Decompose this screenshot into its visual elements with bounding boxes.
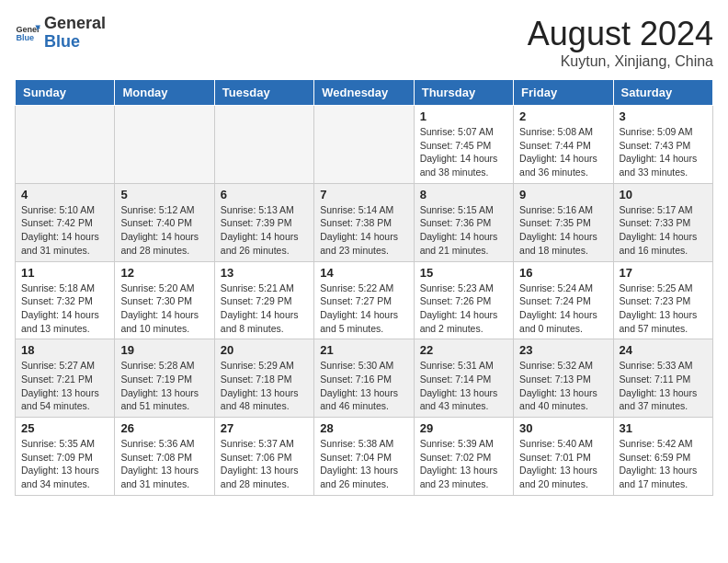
- day-number: 14: [320, 266, 407, 280]
- weekday-header-wednesday: Wednesday: [314, 80, 414, 106]
- logo: General Blue General Blue: [15, 15, 106, 52]
- weekday-header-thursday: Thursday: [414, 80, 513, 106]
- calendar-week-5: 25Sunrise: 5:35 AM Sunset: 7:09 PM Dayli…: [16, 418, 713, 496]
- calendar-day: 25Sunrise: 5:35 AM Sunset: 7:09 PM Dayli…: [16, 418, 115, 496]
- day-number: 22: [420, 343, 507, 357]
- day-number: 28: [320, 421, 407, 435]
- day-number: 31: [620, 421, 707, 435]
- calendar-day: 5Sunrise: 5:12 AM Sunset: 7:40 PM Daylig…: [115, 183, 214, 261]
- calendar-day: 10Sunrise: 5:17 AM Sunset: 7:33 PM Dayli…: [613, 183, 712, 261]
- day-info: Sunrise: 5:18 AM Sunset: 7:32 PM Dayligh…: [21, 282, 108, 336]
- day-info: Sunrise: 5:24 AM Sunset: 7:24 PM Dayligh…: [519, 282, 607, 336]
- day-number: 6: [221, 188, 308, 201]
- day-number: 19: [120, 343, 208, 357]
- calendar-week-3: 11Sunrise: 5:18 AM Sunset: 7:32 PM Dayli…: [16, 261, 713, 339]
- day-number: 20: [221, 343, 308, 357]
- calendar-day: [214, 106, 313, 184]
- calendar-day: 23Sunrise: 5:32 AM Sunset: 7:13 PM Dayli…: [514, 339, 613, 418]
- calendar-day: 30Sunrise: 5:40 AM Sunset: 7:01 PM Dayli…: [514, 418, 613, 496]
- weekday-header-sunday: Sunday: [16, 80, 115, 106]
- day-info: Sunrise: 5:36 AM Sunset: 7:08 PM Dayligh…: [120, 437, 208, 491]
- calendar-week-4: 18Sunrise: 5:27 AM Sunset: 7:21 PM Dayli…: [16, 339, 713, 418]
- day-number: 8: [420, 188, 507, 201]
- calendar-day: 8Sunrise: 5:15 AM Sunset: 7:36 PM Daylig…: [414, 183, 513, 261]
- weekday-header-monday: Monday: [115, 80, 214, 106]
- day-number: 2: [519, 109, 607, 123]
- calendar-day: [16, 106, 115, 184]
- calendar-day: 29Sunrise: 5:39 AM Sunset: 7:02 PM Dayli…: [414, 418, 513, 496]
- day-info: Sunrise: 5:12 AM Sunset: 7:40 PM Dayligh…: [120, 203, 208, 258]
- calendar-day: 13Sunrise: 5:21 AM Sunset: 7:29 PM Dayli…: [214, 261, 313, 339]
- calendar-day: 7Sunrise: 5:14 AM Sunset: 7:38 PM Daylig…: [314, 183, 414, 261]
- calendar-week-1: 1Sunrise: 5:07 AM Sunset: 7:45 PM Daylig…: [16, 106, 713, 184]
- day-number: 17: [620, 266, 707, 280]
- day-info: Sunrise: 5:07 AM Sunset: 7:45 PM Dayligh…: [420, 125, 507, 179]
- day-info: Sunrise: 5:33 AM Sunset: 7:11 PM Dayligh…: [620, 359, 707, 413]
- day-number: 1: [420, 109, 507, 123]
- weekday-header-friday: Friday: [514, 80, 613, 106]
- calendar-day: 24Sunrise: 5:33 AM Sunset: 7:11 PM Dayli…: [613, 339, 712, 418]
- calendar-day: 27Sunrise: 5:37 AM Sunset: 7:06 PM Dayli…: [214, 418, 313, 496]
- day-info: Sunrise: 5:32 AM Sunset: 7:13 PM Dayligh…: [519, 359, 607, 413]
- day-info: Sunrise: 5:28 AM Sunset: 7:19 PM Dayligh…: [120, 359, 208, 413]
- calendar-day: 31Sunrise: 5:42 AM Sunset: 6:59 PM Dayli…: [613, 418, 712, 496]
- day-number: 5: [120, 188, 208, 201]
- day-info: Sunrise: 5:13 AM Sunset: 7:39 PM Dayligh…: [221, 203, 308, 258]
- day-number: 27: [221, 421, 308, 435]
- day-number: 4: [21, 188, 108, 201]
- calendar-day: 4Sunrise: 5:10 AM Sunset: 7:42 PM Daylig…: [16, 183, 115, 261]
- day-info: Sunrise: 5:20 AM Sunset: 7:30 PM Dayligh…: [120, 282, 208, 336]
- title-block: August 2024 Kuytun, Xinjiang, China: [528, 15, 713, 70]
- calendar-day: 12Sunrise: 5:20 AM Sunset: 7:30 PM Dayli…: [115, 261, 214, 339]
- calendar-day: 26Sunrise: 5:36 AM Sunset: 7:08 PM Dayli…: [115, 418, 214, 496]
- day-number: 30: [519, 421, 607, 435]
- calendar-day: 22Sunrise: 5:31 AM Sunset: 7:14 PM Dayli…: [414, 339, 513, 418]
- day-info: Sunrise: 5:21 AM Sunset: 7:29 PM Dayligh…: [221, 282, 308, 336]
- calendar-table: SundayMondayTuesdayWednesdayThursdayFrid…: [15, 79, 713, 496]
- day-number: 21: [320, 343, 407, 357]
- logo-text: General Blue: [44, 15, 106, 52]
- day-info: Sunrise: 5:22 AM Sunset: 7:27 PM Dayligh…: [320, 282, 407, 336]
- day-info: Sunrise: 5:14 AM Sunset: 7:38 PM Dayligh…: [320, 203, 407, 258]
- day-number: 15: [420, 266, 507, 280]
- logo-icon: General Blue: [15, 20, 40, 46]
- day-number: 23: [519, 343, 607, 357]
- calendar-day: 18Sunrise: 5:27 AM Sunset: 7:21 PM Dayli…: [16, 339, 115, 418]
- calendar-day: 16Sunrise: 5:24 AM Sunset: 7:24 PM Dayli…: [514, 261, 613, 339]
- day-info: Sunrise: 5:25 AM Sunset: 7:23 PM Dayligh…: [620, 282, 707, 336]
- calendar-day: 20Sunrise: 5:29 AM Sunset: 7:18 PM Dayli…: [214, 339, 313, 418]
- day-number: 7: [320, 188, 407, 201]
- day-info: Sunrise: 5:27 AM Sunset: 7:21 PM Dayligh…: [21, 359, 108, 413]
- calendar-day: 19Sunrise: 5:28 AM Sunset: 7:19 PM Dayli…: [115, 339, 214, 418]
- calendar-day: 9Sunrise: 5:16 AM Sunset: 7:35 PM Daylig…: [514, 183, 613, 261]
- day-info: Sunrise: 5:16 AM Sunset: 7:35 PM Dayligh…: [519, 203, 607, 258]
- calendar-day: 15Sunrise: 5:23 AM Sunset: 7:26 PM Dayli…: [414, 261, 513, 339]
- day-info: Sunrise: 5:30 AM Sunset: 7:16 PM Dayligh…: [320, 359, 407, 413]
- calendar-day: 1Sunrise: 5:07 AM Sunset: 7:45 PM Daylig…: [414, 106, 513, 184]
- day-number: 3: [620, 109, 707, 123]
- calendar-day: [115, 106, 214, 184]
- day-info: Sunrise: 5:39 AM Sunset: 7:02 PM Dayligh…: [420, 437, 507, 491]
- day-number: 9: [519, 188, 607, 201]
- day-number: 12: [120, 266, 208, 280]
- day-info: Sunrise: 5:09 AM Sunset: 7:43 PM Dayligh…: [620, 125, 707, 179]
- day-info: Sunrise: 5:15 AM Sunset: 7:36 PM Dayligh…: [420, 203, 507, 258]
- day-info: Sunrise: 5:42 AM Sunset: 6:59 PM Dayligh…: [620, 437, 707, 491]
- day-info: Sunrise: 5:10 AM Sunset: 7:42 PM Dayligh…: [21, 203, 108, 258]
- calendar-day: 21Sunrise: 5:30 AM Sunset: 7:16 PM Dayli…: [314, 339, 414, 418]
- calendar-day: 17Sunrise: 5:25 AM Sunset: 7:23 PM Dayli…: [613, 261, 712, 339]
- weekday-header-row: SundayMondayTuesdayWednesdayThursdayFrid…: [16, 80, 713, 106]
- day-number: 11: [21, 266, 108, 280]
- calendar-day: 11Sunrise: 5:18 AM Sunset: 7:32 PM Dayli…: [16, 261, 115, 339]
- page-header: General Blue General Blue August 2024 Ku…: [15, 15, 713, 70]
- day-info: Sunrise: 5:29 AM Sunset: 7:18 PM Dayligh…: [221, 359, 308, 413]
- day-number: 26: [120, 421, 208, 435]
- day-number: 10: [620, 188, 707, 201]
- day-info: Sunrise: 5:23 AM Sunset: 7:26 PM Dayligh…: [420, 282, 507, 336]
- day-number: 24: [620, 343, 707, 357]
- calendar-day: [314, 106, 414, 184]
- day-info: Sunrise: 5:35 AM Sunset: 7:09 PM Dayligh…: [21, 437, 108, 491]
- month-year: August 2024: [528, 15, 713, 53]
- day-number: 29: [420, 421, 507, 435]
- day-number: 16: [519, 266, 607, 280]
